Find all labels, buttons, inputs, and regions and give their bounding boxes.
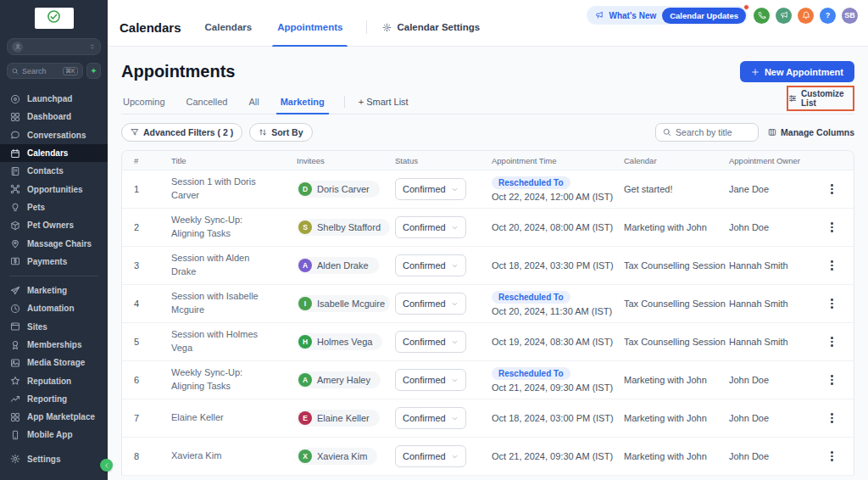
sidebar-nav: LaunchpadDashboardConversationsCalendars… bbox=[0, 90, 108, 468]
sidebar-item-label: Calendars bbox=[27, 148, 68, 158]
sidebar-item-pet-owners[interactable]: Pet Owners bbox=[0, 216, 108, 234]
manage-columns-button[interactable]: Manage Columns bbox=[768, 127, 854, 137]
table-row: 7Elaine KellerEElaine KellerConfirmedOct… bbox=[122, 399, 854, 438]
owner-name: John Doe bbox=[729, 413, 815, 423]
cube-icon bbox=[9, 220, 20, 231]
sidebar-item-sites[interactable]: Sites bbox=[0, 318, 108, 336]
sidebar-item-reporting[interactable]: Reporting bbox=[0, 390, 108, 408]
column-header: Invitees bbox=[297, 156, 395, 165]
ai-assistant-button[interactable]: ✦ bbox=[86, 63, 101, 79]
sidebar-item-label: Pet Owners bbox=[27, 220, 74, 230]
status-dropdown[interactable]: Confirmed bbox=[395, 178, 466, 200]
tab-calendar-settings[interactable]: Calendar Settings bbox=[382, 22, 480, 32]
sidebar-item-dashboard[interactable]: Dashboard bbox=[0, 108, 108, 126]
status-dropdown[interactable]: Confirmed bbox=[395, 445, 466, 467]
row-menu-button[interactable] bbox=[828, 220, 836, 235]
customize-list-label: Customize List bbox=[801, 89, 853, 108]
sidebar-collapse-button[interactable] bbox=[100, 459, 113, 472]
row-menu-button[interactable] bbox=[828, 334, 836, 349]
account-switcher[interactable] bbox=[7, 38, 101, 55]
row-menu-button[interactable] bbox=[828, 410, 836, 426]
sidebar-item-payments[interactable]: Payments bbox=[0, 253, 108, 271]
sidebar-search[interactable]: ⌘K bbox=[7, 63, 83, 79]
status-value: Confirmed bbox=[403, 299, 446, 309]
trend-icon bbox=[9, 393, 20, 405]
sidebar-search-input[interactable] bbox=[22, 67, 59, 75]
sidebar-item-calendars[interactable]: Calendars bbox=[0, 144, 108, 162]
calendar-name: Tax Counselling Session bbox=[624, 299, 729, 309]
whats-new-button[interactable]: What's New Calendar Updates bbox=[587, 6, 748, 25]
tab-appointments[interactable]: Appointments bbox=[275, 8, 344, 47]
sort-by-button[interactable]: Sort By bbox=[249, 123, 312, 142]
tab-calendars[interactable]: Calendars bbox=[203, 8, 254, 47]
sidebar-item-marketing[interactable]: Marketing bbox=[0, 282, 108, 299]
status-dropdown[interactable]: Confirmed bbox=[395, 369, 466, 391]
column-header: Calendar bbox=[624, 156, 729, 165]
status-dropdown[interactable]: Confirmed bbox=[395, 293, 466, 315]
calendar-name: Marketing with John bbox=[624, 375, 729, 385]
status-dropdown[interactable]: Confirmed bbox=[395, 407, 466, 429]
list-tab-marketing[interactable]: Marketing bbox=[279, 97, 326, 114]
sidebar-item-label: Massage Chairs bbox=[27, 239, 92, 248]
invitee: XXaviera Kim bbox=[297, 448, 377, 465]
status-dropdown[interactable]: Confirmed bbox=[395, 216, 466, 238]
gear-icon bbox=[382, 23, 392, 32]
row-menu-button[interactable] bbox=[828, 258, 836, 273]
row-number: 5 bbox=[134, 337, 171, 347]
customize-list-button[interactable]: Customize List bbox=[787, 86, 854, 111]
sidebar-item-automation[interactable]: Automation bbox=[0, 299, 108, 317]
sidebar-item-label: Reporting bbox=[27, 394, 67, 404]
row-menu-button[interactable] bbox=[828, 372, 836, 388]
pin-icon bbox=[9, 238, 20, 249]
sidebar-item-settings[interactable]: Settings bbox=[0, 450, 108, 468]
search-by-title-field[interactable] bbox=[655, 123, 759, 142]
list-tab-cancelled[interactable]: Cancelled bbox=[185, 97, 230, 114]
sidebar-item-media-storage[interactable]: Media Storage bbox=[0, 354, 108, 371]
row-menu-button[interactable] bbox=[828, 181, 836, 197]
invitee: EElaine Keller bbox=[297, 410, 380, 427]
search-by-title-input[interactable] bbox=[676, 127, 752, 137]
invitee-avatar: A bbox=[298, 259, 312, 272]
invitee-avatar: X bbox=[298, 449, 312, 463]
sidebar-item-massage-chairs[interactable]: Massage Chairs bbox=[0, 234, 108, 252]
row-menu-button[interactable] bbox=[828, 449, 836, 464]
row-number: 6 bbox=[134, 375, 171, 385]
list-tab-all[interactable]: All bbox=[247, 97, 260, 114]
table-row: 8Xaviera KimXXaviera KimConfirmedOct 21,… bbox=[122, 438, 854, 476]
appointment-time-cell: Oct 20, 2024, 08:00 AM (IST) bbox=[492, 222, 624, 232]
owner-name: Hannah Smith bbox=[729, 337, 815, 347]
sidebar-item-opportunities[interactable]: Opportunities bbox=[0, 180, 108, 198]
list-tab-upcoming[interactable]: Upcoming bbox=[121, 97, 167, 114]
sidebar-item-label: Sites bbox=[27, 322, 47, 332]
sidebar-item-launchpad[interactable]: Launchpad bbox=[0, 90, 108, 108]
advanced-filters-button[interactable]: Advanced Filters ( 2 ) bbox=[121, 123, 242, 142]
phone-icon bbox=[758, 11, 766, 20]
sidebar-item-mobile-app[interactable]: Mobile App bbox=[0, 426, 108, 444]
help-button[interactable]: ? bbox=[820, 8, 836, 24]
row-menu-button[interactable] bbox=[828, 296, 836, 311]
sidebar-item-memberships[interactable]: Memberships bbox=[0, 336, 108, 354]
status-value: Confirmed bbox=[403, 451, 446, 461]
sidebar-item-pets[interactable]: Pets bbox=[0, 198, 108, 216]
content: Appointments New Appointment UpcomingCan… bbox=[108, 47, 868, 480]
appointment-time: Oct 20, 2024, 08:00 AM (IST) bbox=[492, 222, 624, 232]
owner-name: John Doe bbox=[729, 222, 815, 232]
status-value: Confirmed bbox=[403, 413, 446, 423]
announcements-button[interactable] bbox=[776, 8, 792, 24]
user-avatar[interactable]: SB bbox=[842, 8, 858, 24]
chevron-down-icon bbox=[451, 377, 459, 384]
status-dropdown[interactable]: Confirmed bbox=[395, 331, 466, 353]
nodes-icon bbox=[9, 184, 20, 195]
calendar-updates-badge[interactable]: Calendar Updates bbox=[662, 8, 746, 24]
sidebar-item-app-marketplace[interactable]: App Marketplace bbox=[0, 408, 108, 426]
calendar-settings-label: Calendar Settings bbox=[397, 22, 480, 32]
sidebar-item-conversations[interactable]: Conversations bbox=[0, 126, 108, 144]
sidebar-item-contacts[interactable]: Contacts bbox=[0, 162, 108, 180]
smart-list-button[interactable]: + Smart List bbox=[359, 97, 409, 114]
phone-button[interactable] bbox=[754, 8, 770, 24]
sidebar-item-reputation[interactable]: Reputation bbox=[0, 371, 108, 389]
notifications-button[interactable] bbox=[798, 8, 814, 24]
status-dropdown[interactable]: Confirmed bbox=[395, 254, 466, 276]
notification-dot bbox=[743, 4, 749, 10]
new-appointment-button[interactable]: New Appointment bbox=[740, 61, 854, 82]
